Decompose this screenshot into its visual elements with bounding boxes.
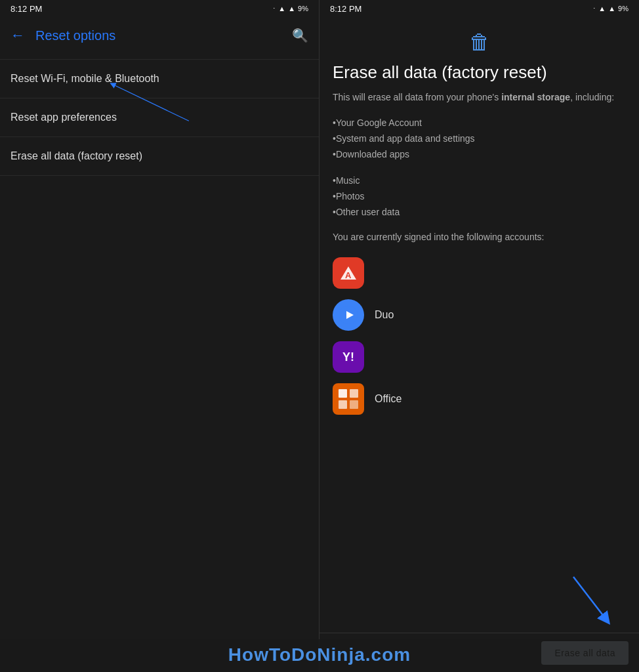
left-status-icons: ⋅ ▲ ▲ 9%: [273, 5, 308, 13]
watermark: HowToDoNinja.com: [0, 639, 639, 672]
desc-bold: internal storage: [501, 92, 570, 102]
reset-apps-label: Reset app preferences: [10, 112, 117, 123]
erase-items-list: •Your Google Account •System and app dat…: [333, 115, 626, 220]
desc-prefix: This will erase all data from your phone…: [333, 92, 501, 102]
duo-account-icon: [333, 299, 364, 331]
erase-item-1: •System and app data and settings: [333, 131, 626, 146]
left-panel: 8:12 PM ⋅ ▲ ▲ 9% ← Reset options 🔍 Reset…: [0, 0, 320, 672]
trash-icon: 🗑: [469, 30, 490, 54]
left-status-bar: 8:12 PM ⋅ ▲ ▲ 9%: [0, 0, 319, 17]
right-status-time: 8:12 PM: [330, 4, 361, 14]
right-content-scroll[interactable]: 🗑 Erase all data (factory reset) This wi…: [320, 17, 639, 672]
duo-account-label: Duo: [375, 309, 394, 321]
wifi-icon: ▲: [278, 5, 285, 12]
left-header: ← Reset options 🔍: [0, 17, 319, 54]
svg-rect-6: [339, 389, 347, 398]
svg-rect-7: [350, 389, 358, 398]
right-bluetooth-icon: ⋅: [593, 5, 596, 13]
svg-text:A: A: [345, 270, 352, 280]
office-account-icon: [333, 383, 364, 415]
svg-rect-8: [339, 400, 347, 409]
adobe-account-icon: A: [333, 257, 364, 289]
erase-item-5: •Other user data: [333, 204, 626, 220]
right-status-icons: ⋅ ▲ ▲ 9%: [593, 5, 629, 13]
menu-item-factory-reset[interactable]: Erase all data (factory reset): [0, 137, 319, 176]
menu-item-reset-wifi[interactable]: Reset Wi-Fi, mobile & Bluetooth: [0, 59, 319, 98]
page-title: Reset options: [35, 28, 292, 43]
erase-item-3: •Music: [333, 173, 626, 188]
right-wifi-icon: ▲: [598, 5, 606, 12]
erase-item-2: •Downloaded apps: [333, 146, 626, 162]
yahoo-account-icon: Y!: [333, 341, 364, 373]
left-status-time: 8:12 PM: [10, 4, 42, 14]
watermark-text: HowToDoNinja.com: [228, 644, 411, 665]
svg-rect-9: [350, 400, 358, 409]
erase-item-4: •Photos: [333, 188, 626, 204]
account-row-adobe: A: [333, 252, 626, 294]
account-row-office: Office: [333, 378, 626, 420]
right-status-bar: 8:12 PM ⋅ ▲ ▲ 9%: [320, 0, 639, 17]
back-button[interactable]: ←: [10, 27, 25, 44]
trash-icon-container: 🗑: [333, 30, 626, 54]
signal-icon: ▲: [288, 5, 295, 12]
right-battery-text: 9%: [618, 5, 629, 12]
menu-list: Reset Wi-Fi, mobile & Bluetooth Reset ap…: [0, 54, 319, 176]
accounts-text: You are currently signed into the follow…: [333, 230, 626, 244]
right-signal-icon: ▲: [608, 5, 615, 12]
bluetooth-icon: ⋅: [273, 5, 276, 13]
battery-text: 9%: [298, 5, 308, 12]
search-icon[interactable]: 🔍: [292, 28, 308, 43]
office-account-label: Office: [375, 393, 402, 405]
erase-title: Erase all data (factory reset): [333, 62, 626, 83]
factory-reset-label: Erase all data (factory reset): [10, 150, 142, 161]
erase-item-0: •Your Google Account: [333, 115, 626, 131]
right-panel: 8:12 PM ⋅ ▲ ▲ 9% 🗑 Erase all data (facto…: [320, 0, 639, 672]
erase-description: This will erase all data from your phone…: [333, 91, 626, 104]
reset-wifi-label: Reset Wi-Fi, mobile & Bluetooth: [10, 73, 159, 84]
menu-item-reset-apps[interactable]: Reset app preferences: [0, 98, 319, 137]
account-row-yahoo: Y!: [333, 336, 626, 378]
desc-suffix: , including:: [570, 92, 614, 102]
account-row-duo: Duo: [333, 294, 626, 336]
